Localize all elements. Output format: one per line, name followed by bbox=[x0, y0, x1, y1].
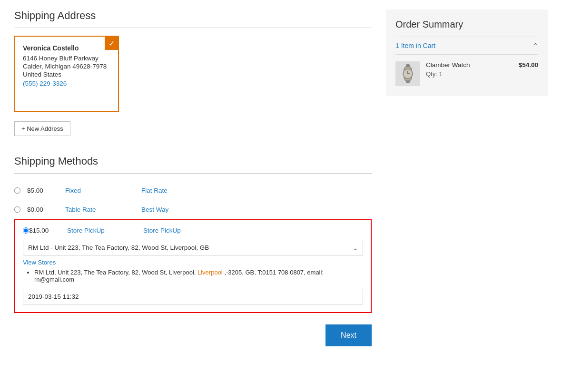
method-carrier-best-way: Table Rate bbox=[65, 206, 141, 213]
store-pickup-block: $15.00 Store PickUp Store PickUp RM Ltd … bbox=[14, 219, 372, 313]
method-name-best-way: Best Way bbox=[141, 206, 168, 213]
method-radio-flat-rate[interactable] bbox=[14, 187, 20, 194]
store-select-wrapper: RM Ltd - Unit 223, The Tea Factory, 82, … bbox=[23, 240, 363, 255]
address-city-state: Calder, Michigan 49628-7978 bbox=[23, 63, 110, 70]
shipping-methods-section: Shipping Methods $5.00 Fixed Flat Rate $… bbox=[14, 155, 372, 313]
method-price-store-pickup: $15.00 bbox=[29, 227, 67, 234]
svg-rect-3 bbox=[406, 80, 410, 83]
method-carrier-flat-rate: Fixed bbox=[65, 187, 141, 194]
method-radio-best-way[interactable] bbox=[14, 206, 20, 213]
shipping-address-title: Shipping Address bbox=[14, 10, 372, 22]
cart-item-qty: Qty: 1 bbox=[426, 70, 513, 78]
method-name-flat-rate: Flat Rate bbox=[141, 187, 168, 194]
next-button-row: Next bbox=[14, 324, 372, 346]
pickup-date-input[interactable] bbox=[23, 289, 363, 304]
address-name: Veronica Costello bbox=[23, 44, 110, 52]
cart-item-image bbox=[395, 61, 420, 86]
cart-item-info: Clamber Watch Qty: 1 bbox=[426, 61, 513, 78]
method-radio-store-pickup[interactable] bbox=[23, 227, 29, 234]
store-pickup-row: $15.00 Store PickUp Store PickUp bbox=[23, 227, 363, 234]
address-card[interactable]: ✓ Veronica Costello 6146 Honey Bluff Par… bbox=[14, 36, 119, 112]
address-country: United States bbox=[23, 71, 110, 78]
chevron-up-icon: ⌃ bbox=[532, 42, 538, 49]
cart-count: 1 Item in Cart bbox=[395, 42, 435, 49]
cart-item: Clamber Watch Qty: 1 $54.00 bbox=[395, 61, 538, 86]
address-phone: (555) 229-3326 bbox=[23, 80, 110, 87]
next-button[interactable]: Next bbox=[325, 324, 372, 346]
store-detail-text: RM Ltd, Unit 223, The Tea Factory, 82, W… bbox=[34, 269, 363, 283]
store-details: RM Ltd, Unit 223, The Tea Factory, 82, W… bbox=[23, 269, 363, 283]
cart-item-price: $54.00 bbox=[519, 61, 538, 69]
store-select-dropdown[interactable]: RM Ltd - Unit 223, The Tea Factory, 82, … bbox=[23, 240, 363, 255]
order-summary-title: Order Summary bbox=[395, 19, 538, 30]
order-summary-sidebar: Order Summary 1 Item in Cart ⌃ bbox=[386, 10, 548, 346]
method-name-store-pickup: Store PickUp bbox=[143, 227, 181, 234]
address-divider bbox=[14, 28, 372, 28]
new-address-button[interactable]: + New Address bbox=[14, 121, 70, 136]
methods-divider bbox=[14, 173, 372, 174]
method-row-best-way: $0.00 Table Rate Best Way bbox=[14, 200, 372, 219]
method-price-flat-rate: $5.00 bbox=[27, 187, 65, 194]
view-stores-link[interactable]: View Stores bbox=[23, 259, 56, 266]
address-cards: ✓ Veronica Costello 6146 Honey Bluff Par… bbox=[14, 36, 372, 112]
method-row-flat-rate: $5.00 Fixed Flat Rate bbox=[14, 181, 372, 200]
method-carrier-store-pickup: Store PickUp bbox=[67, 227, 143, 234]
watch-svg bbox=[396, 62, 419, 85]
store-city-highlight: Liverpool bbox=[197, 269, 223, 276]
cart-header[interactable]: 1 Item in Cart ⌃ bbox=[395, 37, 538, 55]
method-price-best-way: $0.00 bbox=[27, 206, 65, 213]
selected-check-icon: ✓ bbox=[105, 37, 118, 50]
svg-rect-2 bbox=[406, 64, 410, 67]
shipping-methods-title: Shipping Methods bbox=[14, 155, 372, 167]
cart-item-name: Clamber Watch bbox=[426, 61, 513, 69]
address-street: 6146 Honey Bluff Parkway bbox=[23, 55, 110, 62]
order-summary: Order Summary 1 Item in Cart ⌃ bbox=[386, 10, 548, 96]
